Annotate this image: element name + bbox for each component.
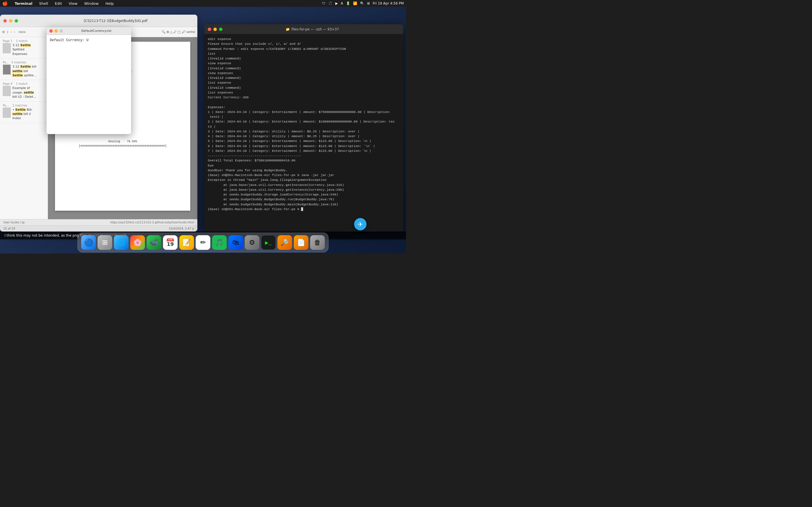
dock-item-launchpad[interactable]: ⊞ (98, 235, 112, 250)
calendar-day: 19 (167, 241, 174, 247)
progress-bar-section: Housing 70.59% [########################… (68, 139, 177, 149)
txt-maximize-button[interactable] (59, 29, 63, 33)
terminal-line: (Invalid command) (208, 86, 400, 90)
terminal-line: bye (208, 163, 400, 168)
sidebar-result-page9[interactable]: Page 9 1 match Example of usage: settle … (0, 80, 48, 101)
terminal-line: Please Ensure that you include c/, i/, a… (208, 41, 400, 46)
safari-icon: 🌐 (117, 238, 125, 246)
sidebar-toggle-icon[interactable]: ⊟ (2, 30, 5, 34)
menu-window[interactable]: Window (83, 1, 100, 6)
txt-minimize-button[interactable] (54, 29, 58, 33)
dock-item-notes[interactable]: 📝 (179, 235, 194, 250)
telegram-button[interactable]: ✈ (354, 218, 366, 230)
wifi-icon: 📶 (353, 1, 357, 5)
control-center-icon[interactable]: ⊞ (367, 1, 370, 5)
dock-item-safari[interactable]: 🌐 (114, 235, 129, 250)
pdf-titlebar: [CS2113-T12-3][BudgetBuddy]UG.pdf (0, 15, 197, 27)
menu-view[interactable]: View (68, 1, 79, 6)
terminal-line: Exception in thread "main" java.lang.Ill… (208, 177, 400, 182)
desktop: [CS2113-T12-3][BudgetBuddy]UG.pdf ⊟ | ‹ … (0, 7, 406, 253)
terminal-close-button[interactable] (208, 27, 211, 31)
txt-close-button[interactable] (49, 29, 53, 33)
sidebar-result-pa1[interactable]: Pa... 5 matches 3.12 Settle bill settle … (0, 59, 48, 80)
txt-window: DefaultCurrency.txt Default Currency: U (47, 27, 131, 134)
nav-right-icon[interactable]: › (14, 30, 15, 34)
page-thumb (3, 86, 11, 96)
sidebar-page-label: Pa... 5 matches (3, 61, 45, 64)
dock-item-freeform[interactable]: ✏️ (196, 235, 210, 250)
dock-item-photos[interactable]: 🌸 (130, 235, 145, 250)
search-icon[interactable]: 🔍 (360, 1, 364, 5)
terminal-line: Expenses: (208, 105, 400, 110)
terminal-line: Goodbye! Thank you for using BudgetBuddy… (208, 168, 400, 173)
terminal-line: ----------------------------------------… (208, 153, 400, 158)
nav-left-icon[interactable]: ‹ (10, 30, 11, 34)
dock-item-finder[interactable]: 🔵 (81, 235, 96, 250)
page-thumb (3, 108, 11, 118)
pdf-maximize-button[interactable] (15, 19, 18, 22)
dock-item-calendar[interactable]: APR 19 (163, 235, 177, 250)
terminal-maximize-button[interactable] (219, 27, 222, 31)
terminal-line: Command Format : edit expense c/CATEGORY… (208, 47, 400, 51)
dock-item-trash[interactable]: 🗑 (310, 235, 325, 250)
dock-item-appstore[interactable]: 🛍 (229, 235, 243, 250)
trash-icon: 🗑 (314, 238, 321, 246)
sidebar-result-page1[interactable]: Page 1 1 match 3.12 Settle Splitted Expe… (0, 37, 48, 59)
facetime-icon: 📹 (150, 238, 158, 246)
terminal-minimize-button[interactable] (213, 27, 217, 31)
terminal-line: (Invalid command) (208, 56, 400, 61)
telegram-icon: ✈ (358, 221, 363, 228)
match-text: Example of usage: settle bill i/2 : Dele… (12, 86, 36, 99)
terminal-line: 1 | Date: 2024-04-19 | Category: Enterta… (208, 110, 400, 114)
terminal-cursor (301, 207, 303, 211)
status-url: https://ay2324s2-cs2113-t12-3.github.io/… (110, 221, 194, 224)
pdf-date: 15/4/2024, 2:47 p (168, 227, 194, 230)
pdf-minimize-button[interactable] (9, 19, 12, 22)
terminal-content[interactable]: edit expense Please Ensure that you incl… (204, 34, 403, 231)
spotify-icon: 🎵 (215, 238, 223, 246)
menubar: 🍎 Terminal Shell Edit View Window Help 🛡… (0, 0, 406, 7)
terminal-line: at seedu.budgetbuddy.BudgetBuddy.run(Bud… (208, 197, 400, 202)
airplay-icon: ▶ (335, 1, 338, 5)
terminal-line: test2 | (208, 114, 400, 119)
page-count: 15 of 19 (3, 227, 15, 230)
terminal-line: at java.base/java.util.Currency.getInsta… (208, 182, 400, 187)
sidebar-page-label: Page 9 1 match (3, 82, 45, 86)
terminal-line: t3 | (208, 124, 400, 129)
terminal-line: 7 | Date: 2024-04-19 | Category: Enterta… (208, 149, 400, 153)
dock-item-sysprefs[interactable]: ⚙️ (245, 235, 259, 250)
dock-item-spotify[interactable]: 🎵 (212, 235, 227, 250)
terminal-line: Overall Total Expenses: $750010000000004… (208, 158, 400, 163)
sidebar-result-pa2[interactable]: Pa... 2 matches • Settle Bill: settle bi… (0, 102, 48, 123)
keyboard-icon: A (341, 1, 343, 5)
dock-item-facetime[interactable]: 📹 (147, 235, 161, 250)
match-text: 3.12 Settle bill settle bill Settle spli… (12, 64, 36, 77)
txt-content: Default Currency: U (47, 35, 131, 134)
terminal-titlebar: 📁 files-for-pe — -zsh — 93×37 (204, 24, 403, 34)
terminal-folder-icon: 📁 (286, 27, 290, 31)
terminal-line: at seedu.budgetbuddy.BudgetBuddy.main(Bu… (208, 202, 400, 207)
txt-title: DefaultCurrency.txt (82, 29, 112, 33)
finder-icon: 🔵 (84, 238, 93, 247)
dock-item-preview[interactable]: 🔎 (277, 235, 292, 250)
match-text: 3.12 Settle Splitted Expenses (12, 43, 31, 56)
menu-help[interactable]: Help (104, 1, 115, 6)
terminal-line: 4 | Date: 2024-04-19 | Category: Utility… (208, 134, 400, 138)
pdf-close-button[interactable] (3, 19, 7, 22)
menu-shell[interactable]: Shell (38, 1, 49, 6)
terminal-line: at seedu.budgetbuddy.Storage.loadCurrenc… (208, 192, 400, 197)
apple-menu[interactable]: 🍎 (2, 1, 8, 6)
photos-icon: 🌸 (133, 238, 142, 246)
terminal-prompt-line[interactable]: (base) sh@Shs-Macintosh-Book-Air files-f… (208, 207, 400, 212)
dock-item-terminal[interactable]: ▶_ (261, 235, 276, 250)
sidebar-page-label: Pa... 2 matches (3, 104, 45, 107)
appstore-icon: 🛍 (232, 238, 239, 246)
menu-edit[interactable]: Edit (54, 1, 63, 6)
battery-icon: 🔋 (346, 1, 350, 5)
menu-terminal[interactable]: Terminal (13, 1, 34, 6)
dock-item-pages[interactable]: 📄 (294, 235, 308, 250)
terminal-line: 3 | Date: 2024-04-19 | Category: Utility… (208, 129, 400, 134)
pdf-title: [CS2113-T12-3][BudgetBuddy]UG.pdf (37, 19, 194, 23)
pdf-statusbar: User Guide | tp https://ay2324s2-cs2113-… (0, 219, 197, 225)
launchpad-icon: ⊞ (102, 238, 108, 246)
